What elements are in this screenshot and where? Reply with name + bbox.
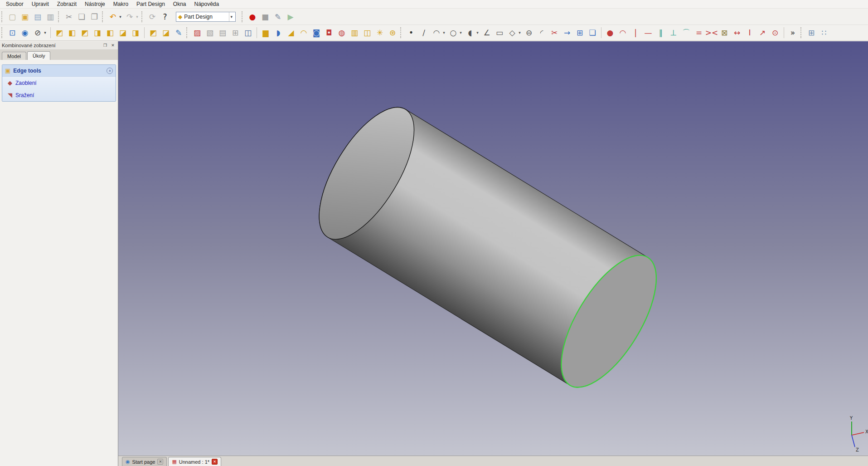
- toolbar-handle[interactable]: [141, 11, 144, 22]
- tab-model[interactable]: Model: [2, 52, 26, 60]
- view-right-icon[interactable]: ◨: [92, 27, 103, 39]
- menu-okna[interactable]: Okna: [169, 0, 190, 8]
- toolbar-handle[interactable]: [102, 11, 105, 22]
- undo-dropdown-icon[interactable]: ▾: [118, 11, 123, 23]
- constraint-horizontal-icon[interactable]: —: [642, 27, 654, 39]
- constraint-point-on-object-icon[interactable]: ◠: [617, 27, 629, 39]
- sketch-arc-dropdown-icon[interactable]: ▾: [441, 27, 446, 39]
- view-rotate-right-icon[interactable]: ◪: [160, 27, 172, 39]
- task-item-fillet[interactable]: ◆ Zaoblení: [2, 77, 116, 89]
- panel-close-icon[interactable]: ✕: [110, 42, 116, 49]
- view-top-icon[interactable]: ◩: [79, 27, 91, 39]
- sketch-polygon-dropdown-icon[interactable]: ▾: [517, 27, 522, 39]
- additive-loft-icon[interactable]: ◢: [285, 27, 297, 39]
- constraint-radius-icon[interactable]: ⊙: [769, 27, 781, 39]
- draw-style-icon[interactable]: ⊘: [32, 27, 44, 39]
- sketch-rectangle-icon[interactable]: ▭: [494, 27, 505, 39]
- sketcher-selection-icon[interactable]: ∷: [818, 27, 830, 39]
- constraint-distance-icon[interactable]: ↗: [756, 27, 768, 39]
- workbench-selector[interactable]: ◆ Part Design ▾: [176, 12, 236, 22]
- sketch-polyline-icon[interactable]: ∠: [481, 27, 493, 39]
- constraint-vertical-icon[interactable]: |: [630, 27, 641, 39]
- menu-nastroje[interactable]: Nástroje: [81, 0, 109, 8]
- new-file-icon[interactable]: ▢: [6, 11, 18, 23]
- sketch-slot-icon[interactable]: ⊖: [523, 27, 535, 39]
- edge-tools-section-header[interactable]: ▣ Edge tools »: [2, 65, 116, 77]
- constraint-equal-icon[interactable]: =: [693, 27, 705, 39]
- constraint-vertical-distance-icon[interactable]: I: [744, 27, 756, 39]
- paste-icon[interactable]: ❐: [88, 11, 100, 23]
- mirrored-icon[interactable]: ◫: [361, 27, 373, 39]
- fit-all-icon[interactable]: ⊡: [6, 27, 18, 39]
- constraint-symmetric-icon[interactable]: ><: [706, 27, 718, 39]
- edit-sketch-icon[interactable]: ▧: [204, 27, 216, 39]
- task-item-chamfer[interactable]: ◥ Sražení: [2, 89, 116, 101]
- draw-style-dropdown-icon[interactable]: ▾: [43, 27, 48, 39]
- tab-start-page[interactable]: ◉ Start page ✕: [122, 457, 167, 466]
- polar-pattern-icon[interactable]: ✳: [374, 27, 386, 39]
- sketch-extend-icon[interactable]: →: [561, 27, 573, 39]
- sketch-conic-icon[interactable]: ◖: [464, 27, 476, 39]
- view-rear-icon[interactable]: ◧: [104, 27, 116, 39]
- menu-upravit[interactable]: Upravit: [28, 0, 53, 8]
- pad-icon[interactable]: ▆: [260, 27, 272, 39]
- constraint-parallel-icon[interactable]: ∥: [655, 27, 667, 39]
- constraint-horizontal-distance-icon[interactable]: ↔: [731, 27, 743, 39]
- additive-pipe-icon[interactable]: ◠: [298, 27, 310, 39]
- macro-edit-icon[interactable]: ✎: [272, 11, 284, 23]
- menu-napoveda[interactable]: Nápověda: [190, 0, 223, 8]
- toolbar-handle[interactable]: [58, 11, 61, 22]
- redo-icon[interactable]: ↷: [124, 11, 136, 23]
- validate-sketch-icon[interactable]: ⊞: [229, 27, 241, 39]
- sketch-external-geometry-icon[interactable]: ⊞: [574, 27, 586, 39]
- create-sketch-icon[interactable]: ▨: [191, 27, 203, 39]
- copy-icon[interactable]: ❏: [76, 11, 87, 23]
- sketch-point-icon[interactable]: •: [405, 27, 417, 39]
- 3d-scene[interactable]: Y X Z: [118, 41, 868, 466]
- sketch-circle-icon[interactable]: ○: [447, 27, 459, 39]
- toolbar-handle[interactable]: [242, 11, 244, 22]
- toolbar-overflow-icon[interactable]: »: [787, 27, 799, 39]
- view-front-icon[interactable]: ◧: [66, 27, 78, 39]
- menu-makro[interactable]: Makro: [109, 0, 132, 8]
- save-file-icon[interactable]: ▤: [32, 11, 44, 23]
- multitransform-icon[interactable]: ⊛: [387, 27, 398, 39]
- view-rotate-left-icon[interactable]: ◩: [147, 27, 159, 39]
- menu-soubor[interactable]: Soubor: [2, 0, 28, 8]
- macro-stop-icon[interactable]: ■: [259, 11, 271, 23]
- constraint-lock-icon[interactable]: ⊠: [718, 27, 730, 39]
- sketcher-grid-icon[interactable]: ⊞: [805, 27, 817, 39]
- whats-this-icon[interactable]: ?: [159, 11, 171, 23]
- sketch-arc-icon[interactable]: ◠: [431, 27, 442, 39]
- toolbar-handle[interactable]: [1, 27, 4, 38]
- revolution-icon[interactable]: ◗: [272, 27, 284, 39]
- measure-distance-icon[interactable]: ✎: [173, 27, 184, 39]
- sketch-carbon-copy-icon[interactable]: ❏: [587, 27, 598, 39]
- map-sketch-icon[interactable]: ▤: [217, 27, 228, 39]
- panel-float-icon[interactable]: ❐: [102, 42, 108, 49]
- pocket-icon[interactable]: ◙: [310, 27, 322, 39]
- close-start-page-icon[interactable]: ✕: [157, 459, 163, 465]
- open-file-icon[interactable]: ▣: [19, 11, 31, 23]
- undo-icon[interactable]: ↶: [107, 11, 119, 23]
- zoom-selection-icon[interactable]: ◉: [19, 27, 31, 39]
- sketch-line-icon[interactable]: ∕: [418, 27, 430, 39]
- menu-zobrazit[interactable]: Zobrazit: [53, 0, 81, 8]
- toolbar-handle[interactable]: [1, 11, 4, 22]
- workbench-dropdown-icon[interactable]: ▾: [229, 12, 233, 21]
- constraint-perpendicular-icon[interactable]: ⊥: [668, 27, 679, 39]
- view-axonometric-icon[interactable]: ◩: [53, 27, 65, 39]
- tab-ukoly[interactable]: Úkoly: [27, 51, 51, 60]
- macro-record-icon[interactable]: ●: [247, 11, 258, 23]
- sketch-conic-dropdown-icon[interactable]: ▾: [475, 27, 480, 39]
- sketch-trim-icon[interactable]: ✂: [548, 27, 560, 39]
- hole-icon[interactable]: ◘: [323, 27, 335, 39]
- tab-unnamed-document[interactable]: ▦ Unnamed : 1* ✕: [168, 457, 221, 466]
- refresh-icon[interactable]: ⟳: [146, 11, 158, 23]
- toolbar-handle[interactable]: [400, 27, 403, 38]
- sketch-circle-dropdown-icon[interactable]: ▾: [458, 27, 463, 39]
- redo-dropdown-icon[interactable]: ▾: [135, 11, 140, 23]
- close-unnamed-document-icon[interactable]: ✕: [212, 459, 218, 465]
- 3d-viewport[interactable]: Y X Z ◉ Start page ✕ ▦ Unnamed : 1* ✕: [118, 41, 868, 466]
- groove-icon[interactable]: ◍: [336, 27, 348, 39]
